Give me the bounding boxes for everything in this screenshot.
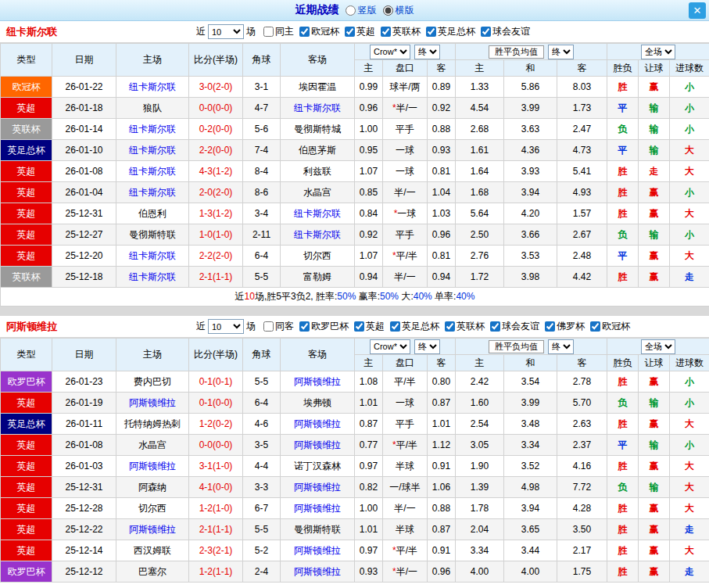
league-filter[interactable]: 英超 (354, 320, 385, 333)
avg-odds-button[interactable]: 胜平负均值 (489, 340, 544, 353)
match-date: 26-01-11 (52, 414, 116, 435)
goals-result-cell: 大 (670, 246, 709, 267)
home-team[interactable]: 阿斯顿维拉 (116, 456, 189, 477)
home-team[interactable]: 纽卡斯尔联 (116, 77, 189, 98)
layout-option-vertical[interactable]: 竖版 (346, 4, 377, 17)
away-team[interactable]: 阿斯顿维拉 (281, 561, 355, 583)
corner-score: 6-4 (243, 246, 281, 267)
league-checkbox[interactable] (345, 27, 355, 37)
league-checkbox[interactable] (481, 27, 491, 37)
home-team[interactable]: 阿斯顿维拉 (116, 519, 189, 540)
league-checkbox[interactable] (490, 321, 500, 332)
subheader-result: 胜负 (607, 60, 639, 77)
league-filter[interactable]: 英联杯 (381, 25, 421, 38)
subheader-handicap: 盘口 (383, 355, 428, 371)
league-checkbox[interactable] (390, 321, 400, 332)
home-team: 曼彻斯特联 (116, 224, 189, 246)
col-header-score: 比分(半场) (189, 339, 243, 371)
subheader-result: 胜负 (607, 355, 639, 371)
filter-controls: 近10场同客欧罗巴杯英超英足总杯英联杯球会友谊佛罗杯欧冠杯 (194, 319, 630, 334)
scope-select[interactable]: 全场 (641, 339, 675, 354)
avg-final-select[interactable]: 终 (548, 339, 574, 354)
same-venue-filter[interactable]: 同客 (263, 320, 294, 333)
summary-segment: 大: (399, 291, 414, 302)
match-date: 25-12-31 (52, 203, 116, 224)
odds-away: 0.88 (428, 119, 456, 140)
league-filter[interactable]: 佛罗杯 (545, 320, 585, 333)
home-team[interactable]: 纽卡斯尔联 (116, 182, 189, 203)
corner-score: 5-5 (243, 519, 281, 540)
match-score: 3-0(2-0) (189, 77, 243, 98)
league-filter-label: 英超 (366, 320, 385, 333)
match-count-select[interactable]: 10 (208, 24, 244, 39)
league-filter-label: 英联杯 (457, 320, 485, 333)
league-checkbox[interactable] (354, 321, 364, 332)
league-filter[interactable]: 欧冠杯 (299, 25, 339, 38)
col-header-home: 主场 (116, 339, 189, 371)
layout-option-horizontal[interactable]: 横版 (383, 4, 414, 17)
league-filter[interactable]: 英足总杯 (426, 25, 475, 38)
league-filter[interactable]: 球会友谊 (490, 320, 539, 333)
league-checkbox[interactable] (426, 27, 436, 37)
handicap-result-cell: 输 (639, 140, 670, 161)
close-button[interactable]: ✕ (689, 2, 706, 19)
scope-select[interactable]: 全场 (641, 45, 675, 59)
avg-win: 2.04 (456, 519, 504, 540)
home-team[interactable]: 纽卡斯尔联 (116, 140, 189, 161)
match-count-select[interactable]: 10 (208, 319, 244, 334)
odds-away: 0.87 (428, 393, 456, 414)
league-filter[interactable]: 英联杯 (445, 320, 485, 333)
odds-source-select[interactable]: Crow* (370, 339, 410, 354)
match-date: 25-12-27 (52, 224, 116, 246)
vertical-layout-label: 竖版 (358, 4, 377, 17)
corner-score: 5-2 (243, 540, 281, 561)
away-team[interactable]: 纽卡斯尔联 (281, 203, 355, 224)
avg-draw: 3.44 (504, 540, 557, 561)
avg-final-select[interactable]: 终 (548, 45, 574, 59)
odds-final-select[interactable]: 终 (414, 45, 440, 59)
odds-header-group: Crow*终 (355, 44, 456, 60)
league-filter[interactable]: 球会友谊 (481, 25, 530, 38)
league-checkbox[interactable] (381, 27, 391, 37)
away-team[interactable]: 阿斯顿维拉 (281, 371, 355, 393)
odds-source-select[interactable]: Crow* (370, 45, 410, 59)
home-team[interactable]: 纽卡斯尔联 (116, 267, 189, 288)
league-checkbox[interactable] (590, 321, 600, 332)
odds-final-select[interactable]: 终 (414, 339, 440, 354)
avg-odds-button[interactable]: 胜平负均值 (489, 45, 544, 59)
vertical-layout-radio[interactable] (346, 5, 356, 16)
home-team[interactable]: 纽卡斯尔联 (116, 246, 189, 267)
subheader-handicap: 盘口 (383, 60, 428, 77)
away-team[interactable]: 纽卡斯尔联 (281, 224, 355, 246)
away-team[interactable]: 阿斯顿维拉 (281, 414, 355, 435)
result-cell: 胜 (607, 267, 639, 288)
league-checkbox[interactable] (545, 321, 555, 332)
away-team[interactable]: 阿斯顿维拉 (281, 477, 355, 498)
handicap: 球半/两 (383, 77, 428, 98)
handicap: 半球 (383, 456, 428, 477)
handicap-result-cell: 赢 (639, 540, 670, 561)
league-checkbox[interactable] (299, 27, 310, 37)
league-checkbox[interactable] (445, 321, 455, 332)
home-team[interactable]: 阿斯顿维拉 (116, 393, 189, 414)
avg-lose: 3.50 (557, 519, 607, 540)
league-filter-label: 欧罗巴杯 (311, 320, 349, 333)
league-filter[interactable]: 英足总杯 (390, 320, 439, 333)
horizontal-layout-radio[interactable] (383, 5, 393, 16)
home-team[interactable]: 纽卡斯尔联 (116, 119, 189, 140)
home-team[interactable]: 纽卡斯尔联 (116, 161, 189, 182)
summary-segment: 单率: (432, 291, 457, 302)
away-team[interactable]: 纽卡斯尔联 (281, 98, 355, 119)
league-checkbox[interactable] (299, 321, 310, 332)
league-filter[interactable]: 英超 (345, 25, 375, 38)
match-row: 英超25-12-31阿森纳4-1(0-0)3-3阿斯顿维拉0.82一/球半1.0… (1, 477, 709, 498)
away-team[interactable]: 阿斯顿维拉 (281, 498, 355, 519)
league-filter[interactable]: 欧冠杯 (590, 320, 630, 333)
away-team[interactable]: 阿斯顿维拉 (281, 540, 355, 561)
same-venue-checkbox[interactable] (263, 27, 274, 37)
same-venue-checkbox[interactable] (263, 321, 274, 332)
match-row: 英足总杯26-01-10纽卡斯尔联2-2(0-0)7-4伯恩茅斯0.95一球0.… (1, 140, 709, 161)
same-venue-filter[interactable]: 同主 (263, 25, 294, 38)
away-team[interactable]: 阿斯顿维拉 (281, 435, 355, 456)
league-filter[interactable]: 欧罗巴杯 (299, 320, 349, 333)
